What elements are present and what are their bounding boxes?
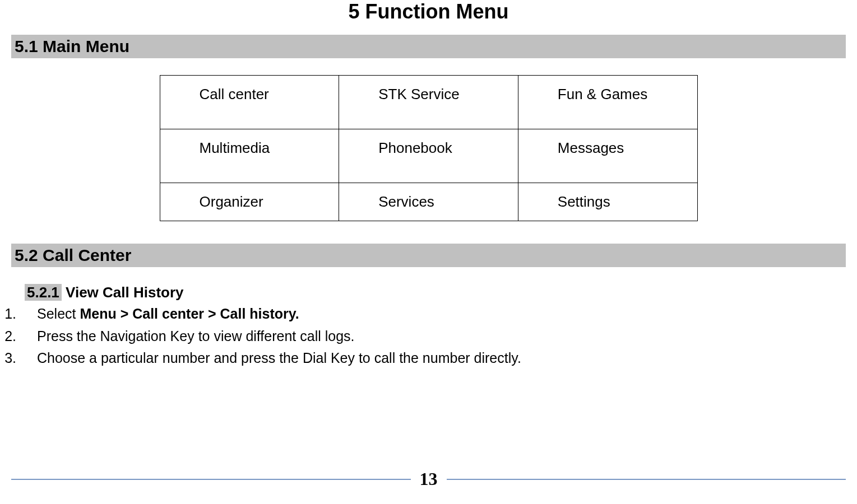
menu-cell: Phonebook <box>339 129 518 183</box>
section-heading-call-center: 5.2 Call Center <box>11 244 846 267</box>
subsection-number: 5.2.1 <box>25 284 62 301</box>
menu-cell: Settings <box>518 183 697 221</box>
page-number: 13 <box>411 469 447 489</box>
menu-cell: Fun & Games <box>518 76 697 129</box>
menu-cell: Multimedia <box>160 129 339 183</box>
section-heading-main-menu: 5.1 Main Menu <box>11 35 846 58</box>
chapter-title: 5 Function Menu <box>11 0 846 24</box>
menu-cell: STK Service <box>339 76 518 129</box>
list-item: Select Menu > Call center > Call history… <box>20 304 846 325</box>
page-footer: 13 <box>11 469 846 489</box>
step-text: Select <box>37 306 80 321</box>
list-item: Press the Navigation Key to view differe… <box>20 326 846 347</box>
steps-list: Select Menu > Call center > Call history… <box>15 304 846 369</box>
menu-cell: Messages <box>518 129 697 183</box>
step-bold: Menu > Call center > Call history. <box>80 306 299 321</box>
table-row: Multimedia Phonebook Messages <box>160 129 697 183</box>
menu-cell: Call center <box>160 76 339 129</box>
main-menu-table: Call center STK Service Fun & Games Mult… <box>160 75 698 221</box>
footer-line-left <box>11 479 411 480</box>
subsection-heading: 5.2.1 View Call History <box>25 284 846 301</box>
step-text: Choose a particular number and press the… <box>37 350 521 366</box>
table-row: Call center STK Service Fun & Games <box>160 76 697 129</box>
menu-cell: Organizer <box>160 183 339 221</box>
table-row: Organizer Services Settings <box>160 183 697 221</box>
footer-line-right <box>447 479 846 480</box>
step-text: Press the Navigation Key to view differe… <box>37 328 355 344</box>
menu-cell: Services <box>339 183 518 221</box>
document-page: 5 Function Menu 5.1 Main Menu Call cente… <box>11 0 846 493</box>
list-item: Choose a particular number and press the… <box>20 348 846 369</box>
subsection-title: View Call History <box>66 284 184 301</box>
